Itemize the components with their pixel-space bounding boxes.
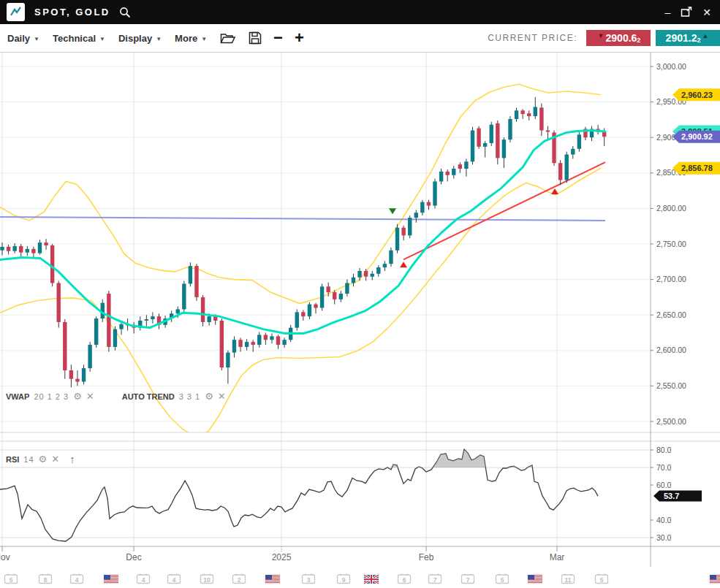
candle xyxy=(433,181,436,205)
save-icon[interactable] xyxy=(249,31,262,45)
svg-text:6: 6 xyxy=(403,576,406,584)
candle xyxy=(38,243,42,253)
toolbar: Daily ▼ Technical ▼ Display ▼ More ▼ − +… xyxy=(0,24,720,53)
calendar-event-icon[interactable]: 8 xyxy=(39,574,52,584)
candle xyxy=(251,342,255,345)
open-folder-icon[interactable] xyxy=(220,32,235,45)
down-triangle-marker xyxy=(389,208,396,214)
calendar-event-icon[interactable]: 9 xyxy=(338,574,350,584)
candle xyxy=(445,172,449,175)
flag-us-icon[interactable] xyxy=(710,575,720,584)
price-tick-label: 2,650.00 xyxy=(656,310,686,319)
menu-technical[interactable]: Technical ▼ xyxy=(53,33,105,44)
calendar-event-icon[interactable]: 7 xyxy=(462,574,474,584)
calendar-event-icon[interactable]: 2 xyxy=(233,574,246,584)
menu-more[interactable]: More ▼ xyxy=(175,33,207,44)
svg-text:7: 7 xyxy=(433,576,437,584)
overlay-indicator-labels: VWAP 20 1 2 3 ⚙ ✕ AUTO TREND 3 3 1 ⚙ ✕ xyxy=(6,392,226,401)
flag-us-icon[interactable] xyxy=(528,575,542,584)
svg-text:4: 4 xyxy=(75,576,79,584)
candle xyxy=(257,335,261,345)
menu-daily[interactable]: Daily ▼ xyxy=(7,33,39,44)
remove-autotrend-icon[interactable]: ✕ xyxy=(218,392,226,401)
candle xyxy=(439,172,443,182)
candle xyxy=(145,319,148,321)
rsi-indicator-label: RSI 14 ⚙ ✕ ↑ xyxy=(6,453,75,465)
month-label: Nov xyxy=(0,552,10,562)
svg-text:5: 5 xyxy=(501,576,504,584)
svg-text:8: 8 xyxy=(44,576,48,584)
candle xyxy=(119,324,123,329)
bid-price-badge[interactable]: ▼ 2900.6 2 xyxy=(586,30,651,46)
rsi-tick-label: 60.0 xyxy=(656,481,672,489)
remove-vwap-icon[interactable]: ✕ xyxy=(86,392,94,401)
svg-text:10: 10 xyxy=(203,576,211,584)
candle xyxy=(0,247,4,251)
calendar-event-icon[interactable]: 5 xyxy=(496,574,509,584)
flag-us-icon[interactable] xyxy=(265,575,280,584)
candle xyxy=(301,312,305,316)
candle xyxy=(333,292,336,299)
calendar-event-icon[interactable]: 4 xyxy=(137,574,150,584)
candle xyxy=(19,246,23,253)
calendar-event-icon[interactable]: 11 xyxy=(562,574,575,584)
calendar-event-icon[interactable]: 4 xyxy=(168,574,181,584)
svg-text:2: 2 xyxy=(238,576,241,584)
candle xyxy=(151,316,154,319)
candle xyxy=(389,251,393,264)
ask-price-badge[interactable]: 2901.2 2 ▲ xyxy=(656,30,720,46)
candle xyxy=(326,286,330,292)
candle xyxy=(69,370,73,379)
candle xyxy=(571,149,575,155)
candle xyxy=(534,107,537,116)
calendar-event-icon[interactable]: 5 xyxy=(5,574,18,584)
calendar-event-icon[interactable]: 6 xyxy=(398,574,411,584)
gear-icon[interactable]: ⚙ xyxy=(73,392,82,401)
calendar-event-icon[interactable]: 10 xyxy=(201,574,213,584)
flag-uk-icon[interactable] xyxy=(364,575,379,584)
month-label: 2025 xyxy=(272,552,292,562)
zoom-out-button[interactable]: − xyxy=(273,31,283,45)
gear-icon[interactable]: ⚙ xyxy=(205,392,213,401)
candle xyxy=(464,161,468,169)
menu-display[interactable]: Display ▼ xyxy=(118,33,162,44)
svg-text:5: 5 xyxy=(10,576,13,584)
candle xyxy=(31,249,35,253)
calendar-event-icon[interactable]: 3 xyxy=(303,574,315,584)
svg-text:9: 9 xyxy=(342,576,346,584)
candle xyxy=(12,246,16,251)
close-icon[interactable]: ✕ xyxy=(702,7,711,18)
gear-icon[interactable]: ⚙ xyxy=(39,455,48,464)
candle xyxy=(427,202,431,206)
candle xyxy=(264,335,268,340)
month-label: Dec xyxy=(126,552,141,562)
popout-button[interactable] xyxy=(681,7,692,18)
svg-text:4: 4 xyxy=(173,576,176,584)
calendar-event-icon[interactable]: 4 xyxy=(71,574,83,584)
candle xyxy=(57,283,61,321)
candle xyxy=(238,340,242,347)
candle xyxy=(364,271,368,277)
calendar-event-icon[interactable]: 7 xyxy=(429,574,442,584)
candle xyxy=(565,155,569,180)
candle xyxy=(201,297,205,322)
price-tick-label: 2,750.00 xyxy=(656,240,686,248)
candle xyxy=(345,283,349,294)
arrow-up-icon: ▲ xyxy=(702,32,708,39)
price-tick-label: 3,000.00 xyxy=(656,62,686,71)
candle xyxy=(602,131,606,137)
zoom-in-button[interactable]: + xyxy=(295,31,304,45)
candle xyxy=(308,305,311,317)
flag-us-icon[interactable] xyxy=(104,575,118,584)
minimize-button[interactable]: – xyxy=(664,7,670,18)
candles-layer xyxy=(0,97,606,388)
price-chart[interactable]: 3,000.002,950.002,900.002,850.002,800.00… xyxy=(0,53,720,588)
candle xyxy=(226,353,230,367)
calendar-event-icon[interactable]: 5 xyxy=(596,574,608,584)
remove-rsi-icon[interactable]: ✕ xyxy=(51,455,59,464)
rsi-overbought-fill xyxy=(0,449,598,541)
candle xyxy=(189,266,192,283)
search-icon[interactable] xyxy=(119,7,131,18)
candle xyxy=(94,318,98,345)
move-pane-up-icon[interactable]: ↑ xyxy=(69,453,75,465)
